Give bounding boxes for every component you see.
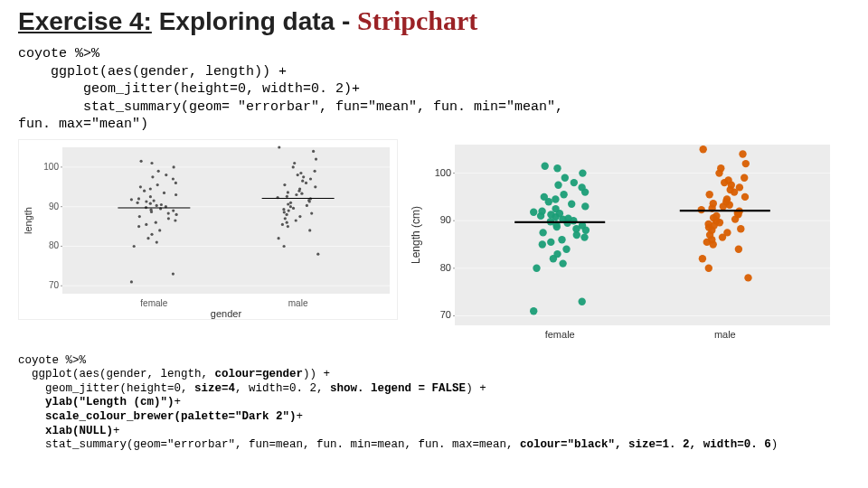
- svg-point-18: [172, 272, 175, 275]
- svg-text:length: length: [23, 207, 33, 234]
- svg-text:female: female: [545, 329, 575, 340]
- svg-point-96: [309, 177, 312, 180]
- svg-point-20: [156, 240, 158, 243]
- svg-text:70: 70: [49, 280, 60, 290]
- svg-point-51: [139, 185, 142, 188]
- svg-point-55: [151, 175, 154, 178]
- svg-point-135: [539, 229, 546, 236]
- svg-point-34: [150, 208, 153, 211]
- svg-point-164: [579, 169, 586, 176]
- svg-point-29: [138, 215, 141, 218]
- slide-title: Exercise 4: Exploring data - Stripchart: [18, 5, 850, 36]
- svg-point-59: [150, 161, 153, 164]
- svg-point-71: [298, 215, 301, 218]
- svg-point-24: [137, 225, 140, 228]
- svg-point-211: [700, 145, 707, 153]
- svg-point-57: [157, 169, 160, 172]
- svg-text:male: male: [714, 329, 736, 340]
- svg-point-165: [553, 164, 561, 172]
- svg-point-179: [737, 225, 744, 232]
- svg-point-132: [558, 236, 565, 243]
- svg-text:Length (cm): Length (cm): [410, 205, 422, 263]
- svg-point-166: [542, 162, 549, 169]
- svg-point-98: [297, 174, 299, 176]
- svg-point-97: [302, 175, 305, 178]
- svg-text:100: 100: [43, 161, 59, 171]
- svg-point-103: [315, 157, 317, 160]
- svg-point-23: [158, 229, 161, 231]
- svg-text:70: 70: [440, 309, 451, 320]
- charts-row: 708090100femalemalelengthgender 70809010…: [18, 139, 850, 347]
- svg-point-95: [301, 179, 304, 182]
- svg-point-38: [156, 203, 158, 206]
- svg-point-93: [283, 183, 286, 186]
- svg-point-26: [155, 221, 157, 223]
- svg-point-102: [293, 161, 296, 164]
- svg-point-65: [308, 229, 311, 231]
- svg-point-42: [145, 200, 147, 202]
- svg-point-79: [306, 203, 308, 206]
- svg-point-48: [163, 191, 165, 193]
- svg-point-30: [175, 212, 178, 215]
- svg-point-187: [712, 211, 720, 219]
- svg-point-54: [172, 177, 175, 180]
- svg-point-70: [284, 217, 287, 220]
- svg-point-56: [165, 174, 167, 176]
- svg-point-87: [295, 192, 297, 195]
- svg-point-151: [538, 207, 545, 214]
- svg-text:100: 100: [435, 166, 451, 177]
- svg-point-156: [552, 195, 559, 202]
- svg-point-100: [314, 169, 316, 172]
- svg-point-133: [580, 233, 588, 240]
- svg-point-49: [143, 189, 146, 192]
- svg-point-75: [288, 209, 290, 211]
- svg-point-105: [278, 145, 280, 148]
- svg-point-68: [286, 221, 288, 223]
- svg-point-205: [724, 176, 731, 183]
- svg-point-198: [741, 192, 749, 200]
- svg-point-129: [562, 245, 570, 252]
- svg-point-101: [292, 165, 295, 168]
- svg-point-58: [173, 165, 175, 168]
- svg-point-163: [561, 174, 569, 181]
- svg-text:90: 90: [49, 201, 60, 211]
- svg-point-158: [560, 191, 567, 198]
- svg-point-89: [287, 191, 289, 193]
- svg-text:90: 90: [440, 214, 451, 225]
- svg-point-171: [735, 245, 742, 252]
- svg-point-152: [552, 204, 559, 211]
- svg-point-208: [717, 164, 724, 172]
- svg-text:female: female: [140, 298, 167, 308]
- svg-point-99: [299, 171, 302, 174]
- svg-point-126: [559, 259, 566, 267]
- svg-point-182: [704, 220, 712, 227]
- svg-point-67: [281, 222, 284, 225]
- svg-text:80: 80: [49, 240, 60, 250]
- svg-point-92: [314, 185, 316, 188]
- svg-point-62: [316, 252, 319, 255]
- svg-point-72: [286, 212, 288, 215]
- svg-point-21: [146, 237, 149, 239]
- svg-point-80: [287, 202, 289, 205]
- svg-point-64: [278, 237, 280, 239]
- svg-point-81: [289, 201, 292, 203]
- svg-point-66: [287, 225, 289, 228]
- svg-point-78: [289, 205, 292, 208]
- svg-point-17: [130, 280, 133, 283]
- svg-point-33: [172, 209, 175, 211]
- svg-point-145: [564, 214, 571, 221]
- svg-point-124: [579, 297, 586, 305]
- svg-point-46: [149, 195, 152, 198]
- title-exercise: Exercise 4:: [18, 7, 152, 35]
- svg-point-150: [530, 208, 537, 215]
- svg-point-91: [298, 187, 301, 190]
- svg-point-210: [739, 150, 746, 157]
- svg-point-170: [699, 255, 706, 262]
- svg-point-39: [160, 202, 163, 205]
- svg-text:gender: gender: [211, 308, 242, 319]
- svg-text:male: male: [288, 298, 308, 308]
- svg-point-77: [292, 206, 295, 209]
- svg-point-44: [130, 198, 133, 201]
- code-block-2: coyote %>% ggplot(aes(gender, length, co…: [18, 354, 850, 453]
- svg-point-197: [723, 195, 731, 202]
